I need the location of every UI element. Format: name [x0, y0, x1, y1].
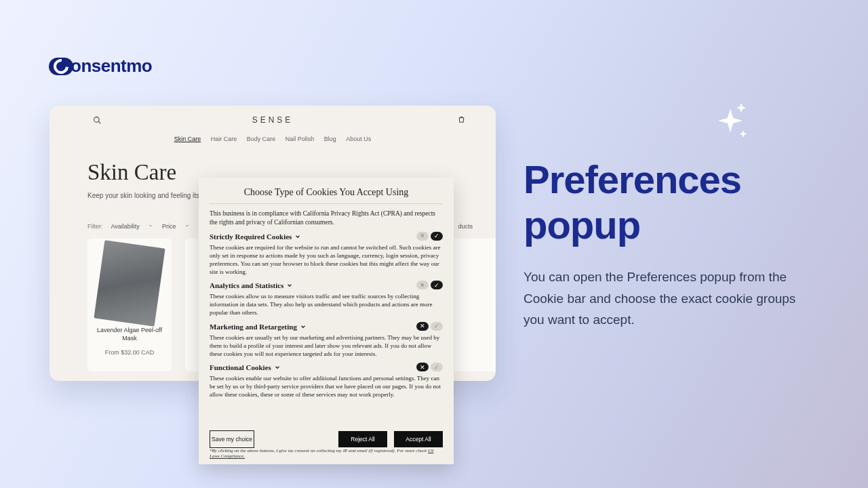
chevron-down-icon: [286, 282, 293, 289]
chevron-down-icon: [184, 223, 190, 228]
nav-nail-polish[interactable]: Nail Polish: [285, 136, 315, 142]
accept-all-button[interactable]: Accept All: [394, 431, 443, 447]
category-desc: These cookies allow us to measure visito…: [210, 292, 443, 317]
chevron-down-icon: [294, 233, 301, 240]
footnote-text: *By clicking on the above buttons, I giv…: [210, 448, 428, 453]
brand-logo: onsentmo: [49, 56, 152, 77]
cart-icon[interactable]: [457, 115, 466, 124]
cookie-category-marketing: Marketing and Retargeting ✕ ✓ These cook…: [210, 323, 443, 358]
toggle-on[interactable]: ✓: [431, 363, 443, 371]
toggle-on[interactable]: ✓: [431, 232, 443, 241]
popup-title: Choose Type of Cookies You Accept Using: [210, 187, 443, 204]
nav-hair-care[interactable]: Hair Care: [211, 136, 237, 142]
cookie-category-analytics: Analytics and Statistics ✕ ✓ These cooki…: [210, 281, 443, 317]
category-title: Functional Cookies: [210, 363, 271, 371]
nav-body-care[interactable]: Body Care: [247, 136, 276, 142]
site-nav: Skin Care Hair Care Body Care Nail Polis…: [50, 136, 496, 142]
chevron-down-icon: [148, 223, 153, 228]
product-card[interactable]: Lavender Algae Peel-off Mask From $32.00…: [87, 239, 172, 371]
category-desc: These cookies are required for the websi…: [210, 243, 443, 277]
popup-actions: Save my choice Reject All Accept All: [210, 430, 443, 448]
page-title: Skin Care: [87, 160, 176, 185]
promo-body: You can open the Preferences popup from …: [524, 266, 815, 330]
logo-badge: [49, 58, 73, 75]
product-price: From $32.00 CAD: [93, 349, 166, 356]
product-image: [94, 240, 165, 326]
chevron-down-icon: [274, 364, 281, 371]
filter-price[interactable]: Price: [162, 223, 190, 230]
logo-text: onsentmo: [71, 56, 152, 77]
category-desc: These cookies enable our website to offe…: [210, 374, 443, 399]
site-brand: SENSE: [50, 115, 496, 125]
toggle-off[interactable]: ✕: [416, 322, 429, 331]
category-header[interactable]: Functional Cookies: [210, 363, 443, 371]
toggle-off[interactable]: ✕: [416, 281, 429, 289]
nav-about[interactable]: About Us: [346, 136, 371, 142]
sparkle-icon: [713, 100, 747, 141]
toggle-group: ✕ ✓: [416, 281, 443, 289]
promo-heading: Preferences popup: [524, 157, 835, 247]
chevron-down-icon: [300, 323, 307, 330]
toggle-on[interactable]: ✓: [431, 281, 443, 289]
toggle-on[interactable]: ✓: [431, 322, 443, 331]
popup-intro: This business is in compliance with Cali…: [210, 209, 443, 227]
sort-fragment: ducts: [458, 223, 473, 230]
toggle-off[interactable]: ✕: [416, 363, 429, 371]
category-title: Strictly Required Cookies: [210, 232, 292, 241]
nav-skin-care[interactable]: Skin Care: [174, 136, 201, 142]
preferences-popup: Choose Type of Cookies You Accept Using …: [199, 178, 454, 464]
category-title: Marketing and Retargeting: [210, 323, 297, 331]
save-choice-button[interactable]: Save my choice: [210, 430, 254, 448]
category-header[interactable]: Analytics and Statistics: [210, 281, 443, 289]
product-name: Lavender Algae Peel-off Mask: [93, 327, 166, 342]
filter-availability[interactable]: Availability: [111, 223, 154, 230]
toggle-group: ✕ ✓: [416, 232, 443, 241]
promo-column: Preferences popup You can open the Prefe…: [524, 102, 835, 330]
cookie-category-functional: Functional Cookies ✕ ✓ These cookies ena…: [210, 363, 443, 399]
cookie-category-strictly-required: Strictly Required Cookies ✕ ✓ These cook…: [210, 232, 443, 277]
category-header[interactable]: Strictly Required Cookies: [210, 232, 443, 241]
filter-label: Filter:: [87, 223, 103, 230]
toggle-group: ✕ ✓: [416, 363, 443, 371]
toggle-off[interactable]: ✕: [416, 232, 429, 241]
page-subtitle: Keep your skin looking and feeling its: [87, 192, 199, 199]
nav-blog[interactable]: Blog: [324, 136, 336, 142]
category-header[interactable]: Marketing and Retargeting: [210, 323, 443, 331]
reject-all-button[interactable]: Reject All: [338, 431, 387, 447]
category-desc: These cookies are usually set by our mar…: [210, 333, 443, 358]
popup-footnote: *By clicking on the above buttons, I giv…: [210, 448, 443, 459]
category-title: Analytics and Statistics: [210, 281, 283, 289]
filter-row: Filter: Availability Price: [87, 223, 197, 230]
toggle-group: ✕ ✓: [416, 322, 443, 331]
